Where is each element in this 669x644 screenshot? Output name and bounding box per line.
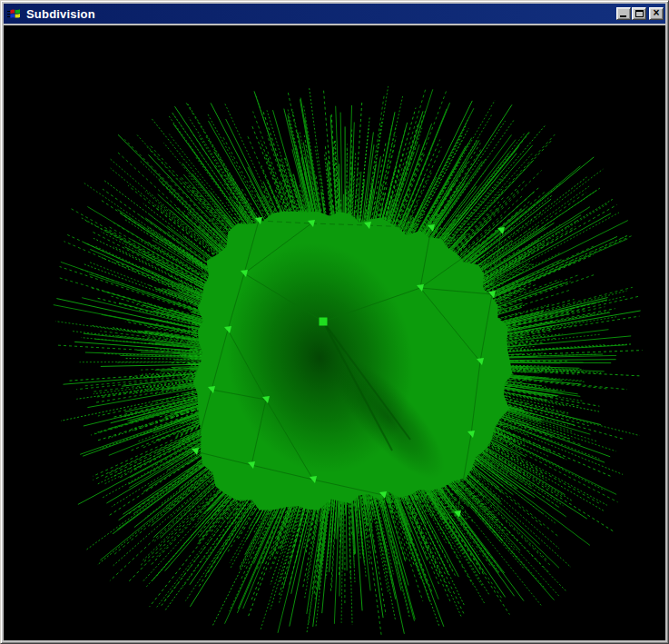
close-icon: × xyxy=(653,8,659,17)
client-area[interactable] xyxy=(4,25,665,640)
close-button[interactable]: × xyxy=(649,7,664,20)
minimize-button[interactable] xyxy=(616,7,631,20)
maximize-button[interactable] xyxy=(632,7,646,20)
app-window: Subdivision × xyxy=(0,0,669,644)
windows-flag-icon xyxy=(7,6,22,21)
app-icon[interactable] xyxy=(7,6,22,21)
subdivision-gl-viewport[interactable] xyxy=(4,25,665,640)
window-controls: × xyxy=(616,7,664,20)
window-title: Subdivision xyxy=(25,7,616,21)
title-bar[interactable]: Subdivision × xyxy=(4,4,665,24)
minimize-icon xyxy=(620,15,626,17)
maximize-icon xyxy=(635,10,644,17)
